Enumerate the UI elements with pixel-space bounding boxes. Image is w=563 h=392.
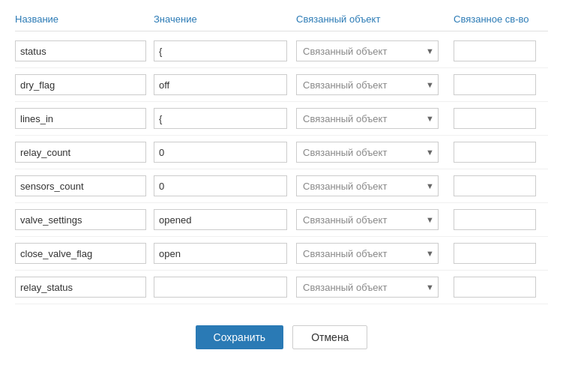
input-prop-0[interactable] <box>454 40 536 61</box>
cell-related-obj-6: Связанный объект ▼ <box>296 243 454 264</box>
cell-name-1 <box>15 74 154 95</box>
input-name-3[interactable] <box>15 142 146 163</box>
cell-related-prop-0 <box>454 40 551 61</box>
cell-value-1 <box>154 74 296 95</box>
select-related-obj-4[interactable]: Связанный объект <box>296 175 439 196</box>
input-name-5[interactable] <box>15 209 146 230</box>
cell-related-obj-5: Связанный объект ▼ <box>296 209 454 230</box>
input-name-4[interactable] <box>15 175 146 196</box>
cell-name-4 <box>15 175 154 196</box>
input-value-6[interactable] <box>154 243 287 264</box>
input-prop-7[interactable] <box>454 277 536 298</box>
cell-related-prop-6 <box>454 243 551 264</box>
input-name-2[interactable] <box>15 108 146 129</box>
cell-related-prop-1 <box>454 74 551 95</box>
table-header: Название Значение Связанный объект Связа… <box>15 7 548 31</box>
header-name: Название <box>15 13 154 25</box>
cell-value-6 <box>154 243 296 264</box>
input-prop-5[interactable] <box>454 209 536 230</box>
header-related-obj: Связанный объект <box>296 13 454 25</box>
save-button[interactable]: Сохранить <box>196 325 284 349</box>
select-related-obj-6[interactable]: Связанный объект <box>296 243 439 264</box>
cell-value-7 <box>154 277 296 298</box>
rows-container: Связанный объект ▼ Связанный объект <box>15 34 548 304</box>
header-related-prop: Связанное св-во <box>454 13 551 25</box>
cell-value-4 <box>154 175 296 196</box>
cell-value-2 <box>154 108 296 129</box>
input-prop-4[interactable] <box>454 175 536 196</box>
input-prop-1[interactable] <box>454 74 536 95</box>
input-value-0[interactable] <box>154 40 287 61</box>
input-value-4[interactable] <box>154 175 287 196</box>
cell-related-prop-3 <box>454 142 551 163</box>
input-prop-6[interactable] <box>454 243 536 264</box>
select-related-obj-0[interactable]: Связанный объект <box>296 40 439 61</box>
header-value: Значение <box>154 13 296 25</box>
cell-value-0 <box>154 40 296 61</box>
input-value-1[interactable] <box>154 74 287 95</box>
input-name-7[interactable] <box>15 277 146 298</box>
table-row: Связанный объект ▼ <box>15 237 548 271</box>
cell-related-obj-7: Связанный объект ▼ <box>296 277 454 298</box>
cancel-button[interactable]: Отмена <box>292 325 367 349</box>
input-name-0[interactable] <box>15 40 146 61</box>
cell-related-obj-4: Связанный объект ▼ <box>296 175 454 196</box>
cell-name-6 <box>15 243 154 264</box>
cell-name-3 <box>15 142 154 163</box>
cell-related-obj-0: Связанный объект ▼ <box>296 40 454 61</box>
cell-related-prop-5 <box>454 209 551 230</box>
input-name-1[interactable] <box>15 74 146 95</box>
table-row: Связанный объект ▼ <box>15 271 548 304</box>
cell-related-obj-1: Связанный объект ▼ <box>296 74 454 95</box>
cell-value-3 <box>154 142 296 163</box>
cell-name-5 <box>15 209 154 230</box>
form-footer: Сохранить Отмена <box>15 310 548 364</box>
input-value-7[interactable] <box>154 277 287 298</box>
cell-related-obj-2: Связанный объект ▼ <box>296 108 454 129</box>
cell-related-prop-4 <box>454 175 551 196</box>
table-row: Связанный объект ▼ <box>15 102 548 136</box>
cell-related-prop-7 <box>454 277 551 298</box>
table-row: Связанный объект ▼ <box>15 34 548 68</box>
select-related-obj-5[interactable]: Связанный объект <box>296 209 439 230</box>
input-value-5[interactable] <box>154 209 287 230</box>
select-related-obj-2[interactable]: Связанный объект <box>296 108 439 129</box>
select-related-obj-7[interactable]: Связанный объект <box>296 277 439 298</box>
table-row: Связанный объект ▼ <box>15 136 548 169</box>
select-related-obj-1[interactable]: Связанный объект <box>296 74 439 95</box>
table-row: Связанный объект ▼ <box>15 68 548 102</box>
input-prop-2[interactable] <box>454 108 536 129</box>
cell-related-prop-2 <box>454 108 551 129</box>
cell-name-2 <box>15 108 154 129</box>
cell-name-7 <box>15 277 154 298</box>
input-value-3[interactable] <box>154 142 287 163</box>
cell-related-obj-3: Связанный объект ▼ <box>296 142 454 163</box>
table-row: Связанный объект ▼ <box>15 169 548 203</box>
cell-value-5 <box>154 209 296 230</box>
select-related-obj-3[interactable]: Связанный объект <box>296 142 439 163</box>
form-container: Название Значение Связанный объект Связа… <box>0 0 563 372</box>
table-row: Связанный объект ▼ <box>15 203 548 237</box>
cell-name-0 <box>15 40 154 61</box>
input-value-2[interactable] <box>154 108 287 129</box>
input-name-6[interactable] <box>15 243 146 264</box>
input-prop-3[interactable] <box>454 142 536 163</box>
